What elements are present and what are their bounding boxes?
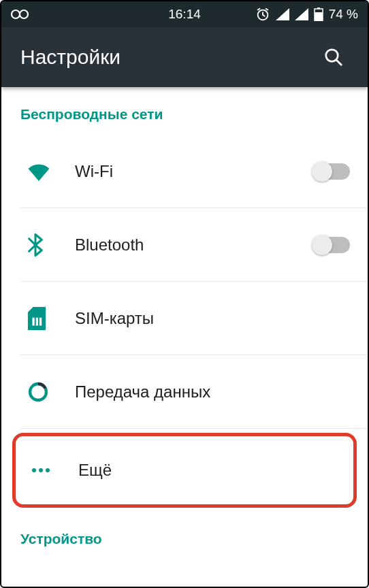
svg-point-1 xyxy=(20,10,28,18)
row-wifi-label: Wi-Fi xyxy=(75,162,313,181)
svg-rect-7 xyxy=(315,12,323,21)
search-button[interactable] xyxy=(319,42,349,72)
status-os-icon xyxy=(11,7,29,22)
signal-2-icon xyxy=(295,8,308,20)
section-device-header: Устройство xyxy=(1,512,368,559)
row-data-usage[interactable]: Передача данных xyxy=(20,355,368,429)
battery-text: 74 % xyxy=(329,7,358,22)
status-time: 16:14 xyxy=(168,7,201,22)
row-data-label: Передача данных xyxy=(75,382,350,402)
row-sim[interactable]: SIM-карты xyxy=(20,282,368,355)
row-bluetooth-label: Bluetooth xyxy=(75,235,313,255)
svg-point-16 xyxy=(46,468,50,472)
svg-marker-3 xyxy=(276,8,289,20)
sim-icon xyxy=(27,307,75,330)
row-bluetooth[interactable]: Bluetooth xyxy=(20,208,368,282)
svg-point-14 xyxy=(32,468,36,472)
device-frame: 16:14 74 % Настройки xyxy=(0,0,369,588)
wifi-icon xyxy=(27,162,75,181)
app-bar: Настройки xyxy=(1,27,368,87)
svg-rect-6 xyxy=(317,7,320,9)
svg-point-0 xyxy=(12,10,20,18)
data-usage-icon xyxy=(27,381,75,403)
row-sim-label: SIM-карты xyxy=(75,309,350,328)
more-icon xyxy=(31,467,78,474)
row-wifi[interactable]: Wi-Fi xyxy=(20,135,368,208)
search-icon xyxy=(323,47,344,67)
bluetooth-icon xyxy=(27,233,75,257)
status-right-cluster: 74 % xyxy=(255,7,358,22)
section-wireless-header: Беспроводные сети xyxy=(1,87,368,135)
status-bar: 16:14 74 % xyxy=(1,1,368,27)
cyanogen-icon xyxy=(11,7,29,22)
svg-marker-4 xyxy=(295,8,308,20)
svg-line-9 xyxy=(336,60,342,65)
battery-icon xyxy=(314,7,323,21)
settings-list: Беспроводные сети Wi-Fi Bluetooth xyxy=(1,87,368,559)
svg-rect-11 xyxy=(36,317,38,325)
svg-point-15 xyxy=(39,468,43,472)
signal-1-icon xyxy=(276,8,289,20)
svg-rect-12 xyxy=(39,317,42,325)
svg-rect-10 xyxy=(32,317,34,325)
wifi-toggle[interactable] xyxy=(313,163,350,180)
alarm-icon xyxy=(255,7,270,22)
bluetooth-toggle[interactable] xyxy=(313,237,350,253)
page-title: Настройки xyxy=(20,46,319,69)
row-more[interactable]: Ещё xyxy=(12,433,357,508)
row-more-label: Ещё xyxy=(78,461,347,480)
